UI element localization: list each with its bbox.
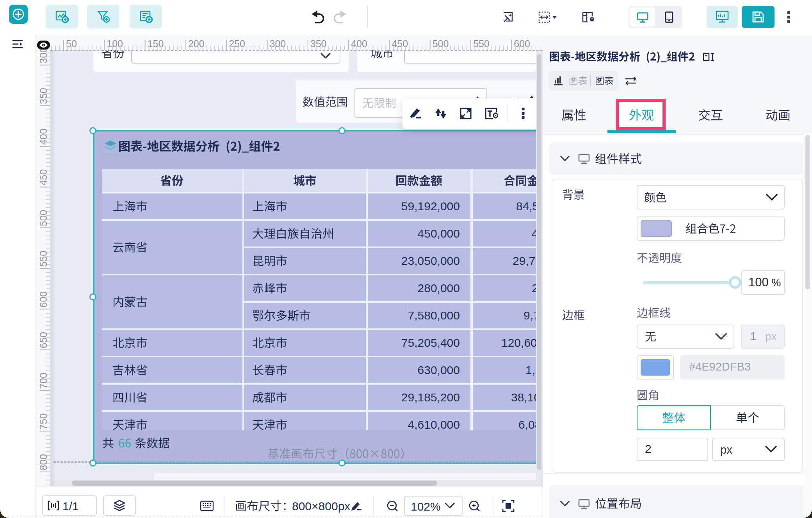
svg-text:450: 450 (38, 169, 49, 186)
svg-text:550: 550 (38, 250, 49, 267)
svg-text:700: 700 (38, 373, 49, 389)
svg-text:650: 650 (38, 332, 49, 348)
svg-text:800: 800 (38, 454, 49, 470)
svg-text:350: 350 (38, 88, 49, 104)
svg-text:500: 500 (38, 210, 49, 226)
svg-text:750: 750 (38, 413, 49, 430)
svg-text:600: 600 (38, 291, 49, 308)
svg-text:300: 300 (38, 50, 49, 64)
svg-text:400: 400 (38, 129, 49, 145)
